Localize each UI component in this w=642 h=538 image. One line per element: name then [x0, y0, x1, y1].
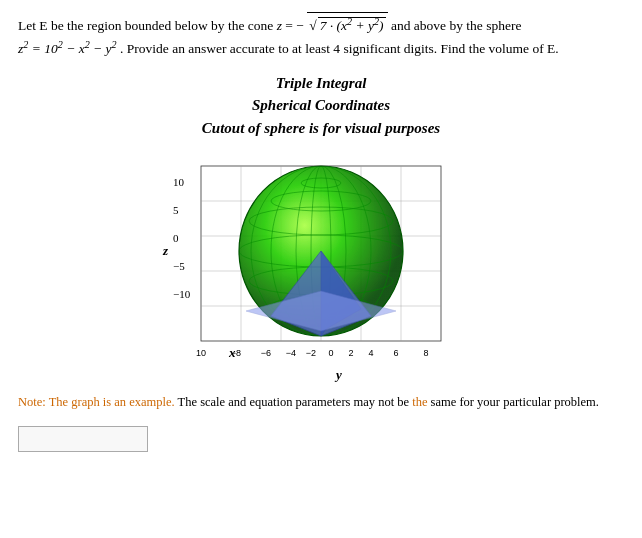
- problem-eq2: z2 = 102 − x2 − y2: [18, 41, 120, 56]
- title-line3: Cutout of sphere is for visual purposes: [18, 117, 624, 140]
- svg-text:8: 8: [423, 348, 428, 358]
- problem-text-2: and above by the sphere: [391, 18, 521, 33]
- svg-text:0: 0: [328, 348, 333, 358]
- title-line2: Spherical Coordinates: [18, 94, 624, 117]
- svg-text:6: 6: [393, 348, 398, 358]
- answer-input[interactable]: [18, 426, 148, 452]
- svg-text:−6: −6: [261, 348, 271, 358]
- z-tick-labels: 10 5 0 −5 −10: [173, 168, 190, 308]
- x-axis-label: x: [229, 345, 236, 361]
- note-section: Note: The graph is an example. The scale…: [18, 393, 624, 412]
- svg-text:2: 2: [348, 348, 353, 358]
- title-line1: Triple Integral: [18, 72, 624, 95]
- svg-text:10: 10: [196, 348, 206, 358]
- note-text: The graph is an example. The scale and e…: [49, 395, 599, 409]
- z-tick-neg5: −5: [173, 252, 190, 280]
- graph-svg: 10 −8 −6 −4 −2 0 2 4 6 8: [191, 161, 476, 376]
- problem-text-1: Let E be the region bounded below by the…: [18, 18, 277, 33]
- svg-text:4: 4: [368, 348, 373, 358]
- z-tick-10: 10: [173, 168, 190, 196]
- z-tick-5: 5: [173, 196, 190, 224]
- problem-text-3: . Provide an answer accurate to at least…: [120, 41, 559, 56]
- note-prefix: Note:: [18, 395, 49, 409]
- problem-statement: Let E be the region bounded below by the…: [18, 12, 624, 60]
- z-tick-0: 0: [173, 224, 190, 252]
- graph-container: z 10 5 0 −5 −10: [161, 153, 481, 383]
- title-block: Triple Integral Spherical Coordinates Cu…: [18, 72, 624, 140]
- graph-area: z 10 5 0 −5 −10: [18, 153, 624, 383]
- svg-text:−4: −4: [286, 348, 296, 358]
- svg-text:−2: −2: [306, 348, 316, 358]
- z-tick-neg10: −10: [173, 280, 190, 308]
- z-axis-label: z: [163, 243, 168, 259]
- y-axis-label: y: [336, 367, 342, 383]
- problem-eq1: z = − √7 · (x2 + y2): [277, 18, 391, 33]
